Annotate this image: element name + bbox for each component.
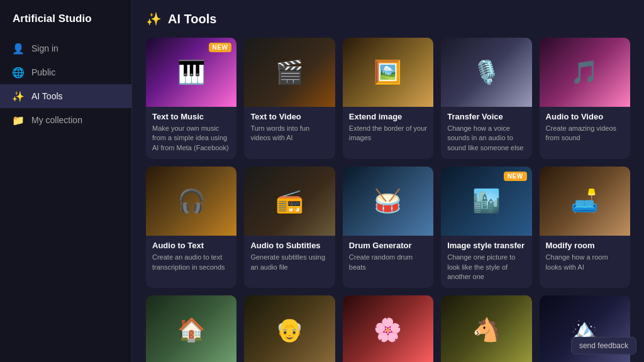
ai-tools-header-icon: ✨ xyxy=(146,11,162,26)
card-title-text-to-video: Text to Video xyxy=(250,112,328,121)
tool-card-portrait[interactable]: 👴 xyxy=(244,295,335,362)
card-title-audio-to-subtitles: Audio to Subtitles xyxy=(250,241,328,250)
card-body-text-to-video: Text to Video Turn words into fun videos… xyxy=(244,107,335,159)
tool-card-drum-generator[interactable]: 🥁 Drum Generator Create random drum beat… xyxy=(343,167,433,288)
page-header: ✨ AI Tools xyxy=(146,11,630,26)
card-body-audio-to-text: Audio to Text Create an audio to text tr… xyxy=(146,236,236,288)
card-body-extend-image: Extend image Extend the border of your i… xyxy=(343,107,433,159)
card-image-text-to-video: 🎬 xyxy=(244,38,335,107)
card-desc-drum-generator: Create random drum beats xyxy=(349,253,427,272)
card-body-image-style-transfer: Image style transfer Change one picture … xyxy=(441,236,531,288)
card-image-portrait: 👴 xyxy=(244,295,335,362)
sidebar-label-public: Public xyxy=(31,67,55,77)
sidebar-icon-public: 🌐 xyxy=(13,67,24,78)
card-bg-transfer-voice: 🎙️ xyxy=(441,38,531,107)
card-bg-audio-to-subtitles: 📻 xyxy=(244,167,335,236)
card-title-text-to-music: Text to Music xyxy=(152,112,230,121)
card-bg-horse: 🐴 xyxy=(441,295,531,362)
card-desc-modify-room: Change how a room looks with AI xyxy=(546,253,624,272)
card-title-audio-to-text: Audio to Text xyxy=(152,241,230,250)
card-desc-transfer-voice: Change how a voice sounds in an audio to… xyxy=(447,124,525,153)
card-bg-extend-image: 🖼️ xyxy=(343,38,433,107)
page-title: AI Tools xyxy=(168,12,216,26)
card-bg-flowers: 🌸 xyxy=(343,295,433,362)
sidebar-icon-my-collection: 📁 xyxy=(13,114,24,126)
tool-card-transfer-voice[interactable]: 🎙️ Transfer Voice Change how a voice sou… xyxy=(441,38,531,159)
card-body-drum-generator: Drum Generator Create random drum beats xyxy=(343,236,433,288)
card-bg-portrait: 👴 xyxy=(244,295,335,362)
main-content: ✨ AI Tools 🎹 NEW Text to Music Make your… xyxy=(132,0,644,362)
sidebar-icon-ai-tools: ✨ xyxy=(13,90,24,102)
card-body-audio-to-subtitles: Audio to Subtitles Generate subtitles us… xyxy=(244,236,335,288)
send-feedback-button[interactable]: send feedback xyxy=(571,337,636,354)
card-desc-audio-to-text: Create an audio to text transcription in… xyxy=(152,253,230,272)
sidebar-item-sign-in[interactable]: 👤 Sign in xyxy=(0,36,131,60)
tool-card-horse[interactable]: 🐴 xyxy=(441,295,531,362)
card-image-drum-generator: 🥁 xyxy=(343,167,433,236)
sidebar-item-ai-tools[interactable]: ✨ AI Tools xyxy=(0,84,131,108)
card-title-drum-generator: Drum Generator xyxy=(349,241,427,250)
card-desc-audio-to-video: Create amazing videos from sound xyxy=(546,124,624,143)
tool-card-flowers[interactable]: 🌸 xyxy=(343,295,433,362)
card-body-transfer-voice: Transfer Voice Change how a voice sounds… xyxy=(441,107,531,159)
card-image-extend-image: 🖼️ xyxy=(343,38,433,107)
tools-grid: 🎹 NEW Text to Music Make your own music … xyxy=(146,38,630,362)
sidebar-icon-sign-in: 👤 xyxy=(13,43,24,54)
tool-card-image-style-transfer[interactable]: 🏙️ NEW Image style transfer Change one p… xyxy=(441,167,531,288)
card-image-audio-to-text: 🎧 xyxy=(146,167,236,236)
card-desc-text-to-music: Make your own music from a simple idea u… xyxy=(152,124,230,153)
badge-new: NEW xyxy=(504,172,527,181)
card-image-image-style-transfer: 🏙️ NEW xyxy=(441,167,531,236)
tool-card-text-to-music[interactable]: 🎹 NEW Text to Music Make your own music … xyxy=(146,38,236,159)
card-image-audio-to-subtitles: 📻 xyxy=(244,167,335,236)
card-bg-audio-to-text: 🎧 xyxy=(146,167,236,236)
tool-card-interior[interactable]: 🏠 xyxy=(146,295,236,362)
card-body-text-to-music: Text to Music Make your own music from a… xyxy=(146,107,236,159)
sidebar-label-sign-in: Sign in xyxy=(31,43,58,53)
card-image-horse: 🐴 xyxy=(441,295,531,362)
card-desc-image-style-transfer: Change one picture to look like the styl… xyxy=(447,253,525,282)
sidebar-item-my-collection[interactable]: 📁 My collection xyxy=(0,108,131,132)
card-title-extend-image: Extend image xyxy=(349,112,427,121)
card-bg-modify-room: 🛋️ xyxy=(540,167,630,236)
card-body-modify-room: Modify room Change how a room looks with… xyxy=(540,236,630,288)
card-desc-text-to-video: Turn words into fun videos with AI xyxy=(250,124,328,143)
sidebar-label-ai-tools: AI Tools xyxy=(31,91,63,101)
card-desc-extend-image: Extend the border of your images xyxy=(349,124,427,143)
tool-card-text-to-video[interactable]: 🎬 Text to Video Turn words into fun vide… xyxy=(244,38,335,159)
card-body-audio-to-video: Audio to Video Create amazing videos fro… xyxy=(540,107,630,159)
card-title-modify-room: Modify room xyxy=(546,241,624,250)
tool-card-modify-room[interactable]: 🛋️ Modify room Change how a room looks w… xyxy=(540,167,630,288)
card-image-transfer-voice: 🎙️ xyxy=(441,38,531,107)
card-bg-interior: 🏠 xyxy=(146,295,236,362)
tool-card-audio-to-subtitles[interactable]: 📻 Audio to Subtitles Generate subtitles … xyxy=(244,167,335,288)
card-bg-text-to-video: 🎬 xyxy=(244,38,335,107)
badge-new: NEW xyxy=(209,43,232,52)
card-image-audio-to-video: 🎵 xyxy=(540,38,630,107)
sidebar: Artificial Studio 👤 Sign in 🌐 Public ✨ A… xyxy=(0,0,132,362)
card-image-flowers: 🌸 xyxy=(343,295,433,362)
card-title-image-style-transfer: Image style transfer xyxy=(447,241,525,250)
card-title-transfer-voice: Transfer Voice xyxy=(447,112,525,121)
app-title: Artificial Studio xyxy=(0,10,131,36)
tool-card-audio-to-text[interactable]: 🎧 Audio to Text Create an audio to text … xyxy=(146,167,236,288)
tool-card-extend-image[interactable]: 🖼️ Extend image Extend the border of you… xyxy=(343,38,433,159)
sidebar-label-my-collection: My collection xyxy=(31,115,82,125)
sidebar-item-public[interactable]: 🌐 Public xyxy=(0,60,131,84)
card-image-interior: 🏠 xyxy=(146,295,236,362)
card-bg-audio-to-video: 🎵 xyxy=(540,38,630,107)
card-image-modify-room: 🛋️ xyxy=(540,167,630,236)
tool-card-audio-to-video[interactable]: 🎵 Audio to Video Create amazing videos f… xyxy=(540,38,630,159)
card-desc-audio-to-subtitles: Generate subtitles using an audio file xyxy=(250,253,328,272)
card-bg-drum-generator: 🥁 xyxy=(343,167,433,236)
card-image-text-to-music: 🎹 NEW xyxy=(146,38,236,107)
card-title-audio-to-video: Audio to Video xyxy=(546,112,624,121)
